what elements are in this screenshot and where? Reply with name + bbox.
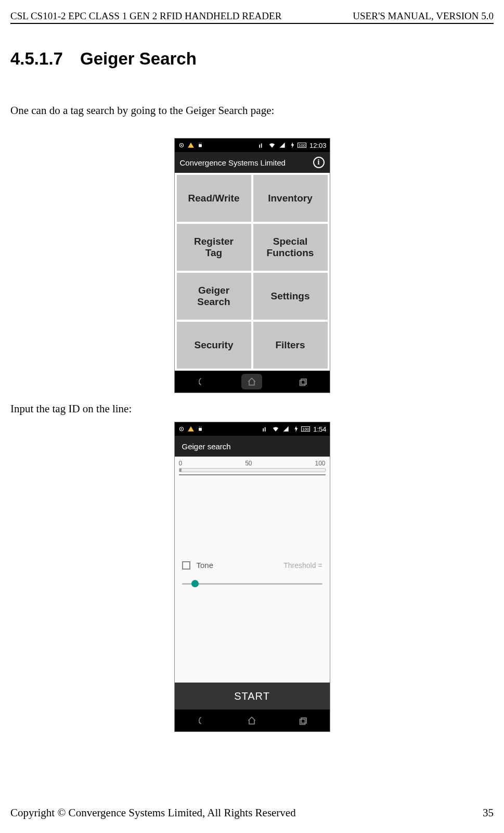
recent-icon[interactable] [293,374,314,389]
svg-point-10 [199,426,199,427]
scale-max: 100 [315,460,325,467]
inventory-button[interactable]: Inventory [253,175,328,222]
security-button[interactable]: Security [177,322,251,369]
app-bar: Convergence Systems Limited i [175,152,330,173]
geiger-search-button[interactable]: GeigerSearch [177,273,251,320]
tone-checkbox[interactable] [182,561,190,570]
geiger-search-screenshot: 100 1:54 Geiger search 0 50 100 Tone Thr… [174,422,330,732]
android-icon [197,425,204,433]
battery-icon: 100 [301,426,310,432]
footer-page-number: 35 [483,806,494,819]
warning-icon [187,142,195,149]
battery-icon: 100 [298,143,306,148]
geiger-title-bar: Geiger search [175,436,330,457]
special-functions-button[interactable]: SpecialFunctions [253,224,328,271]
app-title: Convergence Systems Limited [180,158,309,167]
threshold-label: Threshold = [283,561,322,570]
geiger-title: Geiger search [182,442,231,451]
wifi-icon [272,425,279,433]
svg-point-4 [201,143,201,143]
section-title-text: Geiger Search [80,49,197,68]
android-icon [197,142,204,149]
recent-icon[interactable] [293,713,314,728]
signal-bar [179,468,326,472]
status-time: 12:03 [309,142,327,149]
status-bar: 100 12:03 [175,138,330,152]
second-paragraph: Input the tag ID on the line: [10,402,494,415]
nav-bar-2 [175,710,330,731]
scale-min: 0 [179,460,183,467]
network-icon [258,142,265,149]
status-bar-2: 100 1:54 [175,422,330,436]
charging-icon [293,425,300,433]
page-footer: Copyright © Convergence Systems Limited,… [10,806,494,819]
start-button[interactable]: START [175,683,330,710]
main-menu-screenshot: 100 12:03 Convergence Systems Limited i … [174,138,330,393]
slider-thumb[interactable] [191,580,199,587]
gps-icon [178,142,185,149]
back-icon[interactable] [190,374,211,389]
svg-rect-5 [301,379,306,384]
svg-point-8 [180,428,182,430]
filters-button[interactable]: Filters [253,322,328,369]
svg-rect-2 [199,144,202,147]
network-icon [262,425,269,433]
nav-bar [175,371,330,393]
status-time-2: 1:54 [313,425,326,433]
settings-button[interactable]: Settings [253,273,328,320]
register-tag-button[interactable]: RegisterTag [177,224,251,271]
scale-mid: 50 [245,460,252,467]
tone-label: Tone [197,561,214,570]
header-right: USER'S MANUAL, VERSION 5.0 [353,10,494,22]
page-header: CSL CS101-2 EPC CLASS 1 GEN 2 RFID HANDH… [10,10,494,24]
svg-point-3 [199,143,199,143]
svg-rect-9 [199,428,202,431]
svg-point-1 [180,145,182,146]
svg-rect-12 [301,718,306,723]
gps-icon [178,425,185,433]
signal-scale: 0 50 100 [175,457,330,468]
tag-id-input[interactable] [179,474,326,475]
svg-point-11 [201,426,201,427]
charging-icon [289,142,296,149]
section-number: 4.5.1.7 [10,49,63,68]
svg-rect-13 [300,720,305,725]
svg-rect-6 [300,381,305,386]
read-write-button[interactable]: Read/Write [177,175,251,222]
back-icon[interactable] [190,713,211,728]
signal-icon [282,425,290,433]
section-heading: 4.5.1.7 Geiger Search [10,49,494,69]
home-icon[interactable] [241,713,262,728]
signal-bar-fill [179,469,182,472]
wifi-icon [268,142,276,149]
header-left: CSL CS101-2 EPC CLASS 1 GEN 2 RFID HANDH… [10,10,281,22]
warning-icon [187,425,195,433]
footer-copyright: Copyright © Convergence Systems Limited,… [10,806,296,819]
info-icon[interactable]: i [313,157,325,168]
threshold-slider[interactable] [182,583,322,585]
intro-paragraph: One can do a tag search by going to the … [10,104,494,117]
home-icon[interactable] [241,374,262,389]
signal-icon [279,142,286,149]
